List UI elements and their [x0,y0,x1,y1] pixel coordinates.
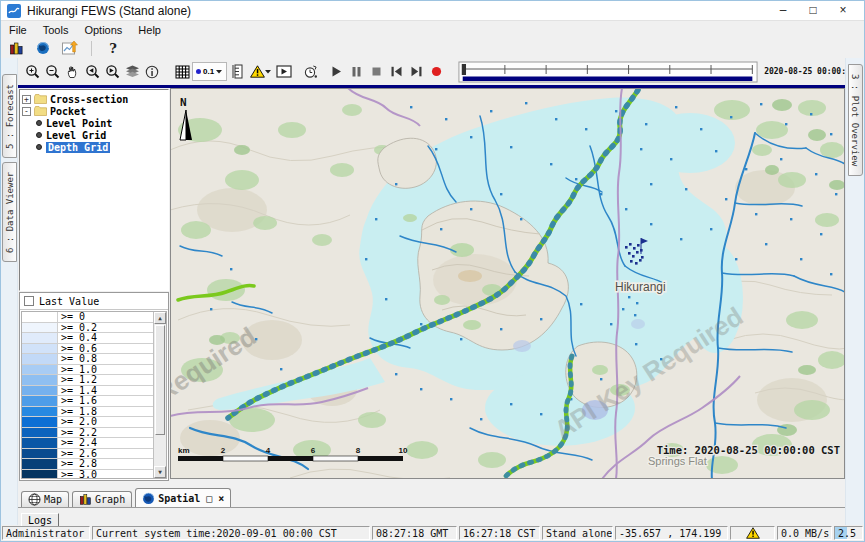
zoom-out-icon [45,64,60,79]
legend-swatch [22,396,58,406]
tree-item-pocket[interactable]: - Pocket [22,105,168,117]
play-icon [329,64,344,79]
status-gmt-time: 08:27:18 GMT [372,526,457,540]
status-warning-cell[interactable] [730,526,775,540]
scroll-down-icon[interactable]: ▼ [154,466,166,478]
node-bullet-icon [36,132,42,138]
menu-options[interactable]: Options [76,23,130,37]
layers-button[interactable] [122,62,142,82]
zoom-in-button[interactable] [22,62,42,82]
time-slider-thumb[interactable] [462,64,466,75]
zoom-previous-button[interactable] [82,62,102,82]
legend-swatch [22,312,58,322]
animation-settings-button[interactable] [300,62,320,82]
animation-button[interactable] [274,62,294,82]
time-slider[interactable] [458,60,758,84]
tab-maximize-icon[interactable]: □ [206,493,212,504]
tree-label-selected: Depth Grid [46,142,110,153]
last-step-button[interactable] [406,62,426,82]
scroll-up-icon[interactable]: ▲ [154,312,166,324]
menu-tools[interactable]: Tools [35,23,77,37]
svg-text:4: 4 [266,446,271,455]
zoom-out-button[interactable] [42,62,62,82]
pause-icon [349,64,364,79]
maximize-button[interactable]: □ [798,1,828,20]
record-button[interactable] [426,62,446,82]
main-toolbar: ? [1,38,864,58]
close-button[interactable]: × [828,1,858,20]
contour-threshold-dropdown[interactable]: 0.1 [192,62,227,81]
legend-label: >= 2.0 [58,417,153,427]
status-bar: Administrator Current system time:2020-0… [1,525,864,541]
tab-graph[interactable]: Graph [72,491,132,507]
spatial-display-button[interactable] [59,39,81,57]
status-mode: Stand alone [542,526,613,540]
layer-tree: + Cross-section - Pocket Level Point [19,89,169,291]
grid-display-button[interactable] [172,62,192,82]
map-view[interactable]: API Key Required API Key Required N [170,88,845,488]
legend-label: >= 2.4 [58,438,153,448]
tab-spatial-label: Spatial [158,493,200,504]
tab-close-icon[interactable]: × [218,493,224,504]
tab-spatial[interactable]: Spatial □ × [135,488,231,507]
pan-button[interactable] [62,62,82,82]
legend-row: >= 2.8 [22,459,153,470]
help-icon: ? [109,41,117,56]
legend-scrollbar[interactable]: ▲ ▼ [153,312,166,478]
tree-item-level-grid[interactable]: Level Grid [22,129,168,141]
right-tab-strip: 3 : Plot Overview [845,58,864,525]
warning-icon [746,527,760,539]
legend-row: >= 0.4 [22,333,153,344]
tab-map[interactable]: Map [21,491,69,507]
tree-item-depth-grid[interactable]: Depth Grid [22,141,168,153]
status-download-rate: 0.0 MB/s [777,526,832,540]
tree-label: Pocket [50,106,86,117]
legend-swatch [22,407,58,417]
info-button[interactable] [142,62,162,82]
minimize-button[interactable]: – [768,1,798,20]
expander-icon[interactable]: - [22,107,31,116]
help-button[interactable]: ? [102,39,124,57]
svg-text:6: 6 [311,446,316,455]
town-label: Hikurangi [615,280,666,294]
stop-button[interactable] [366,62,386,82]
database-explorer-button[interactable] [5,39,27,57]
pause-button[interactable] [346,62,366,82]
scale-bar-button[interactable] [227,62,247,82]
legend-label: >= 2.2 [58,428,153,438]
legend-label: >= 0 [58,312,153,322]
legend-row: >= 2.4 [22,438,153,449]
map-display-button[interactable] [32,39,54,57]
tree-item-level-point[interactable]: Level Point [22,117,168,129]
menu-file[interactable]: File [1,23,35,37]
layers-icon [125,65,140,78]
legend-row: >= 1.2 [22,375,153,386]
tab-forecast[interactable]: 5 : Forecast [2,74,17,158]
legend-label: >= 0.8 [58,354,153,364]
menu-bar: File Tools Options Help [1,21,864,38]
tab-data-viewer[interactable]: 6 : Data Viewer [2,162,17,262]
tab-plot-overview[interactable]: 3 : Plot Overview [848,64,863,176]
legend-label: >= 0.2 [58,323,153,333]
thresholds-dropdown[interactable] [247,62,274,82]
globe-icon [142,492,155,505]
stop-icon [369,64,384,79]
map-canvas[interactable]: API Key Required API Key Required N [170,88,845,479]
tree-item-cross-section[interactable]: + Cross-section [22,93,168,105]
zoom-next-button[interactable] [102,62,122,82]
expander-icon[interactable]: + [22,95,31,104]
last-value-checkbox[interactable] [24,296,34,306]
first-step-button[interactable] [386,62,406,82]
bottom-tab-bar: Map Graph Spatial □ × [18,488,845,508]
status-coordinates: -35.657 , 174.199 [615,526,728,540]
svg-text:N: N [180,96,187,109]
play-button[interactable] [326,62,346,82]
legend-swatch [22,386,58,396]
scrollbar-thumb[interactable] [155,325,165,435]
app-logo-icon [7,4,21,18]
chevron-down-icon [216,69,223,74]
menu-help[interactable]: Help [130,23,169,37]
main-area: + Cross-section - Pocket Level Point [18,88,845,488]
legend-label: >= 1.0 [58,365,153,375]
tab-graph-label: Graph [95,494,125,505]
